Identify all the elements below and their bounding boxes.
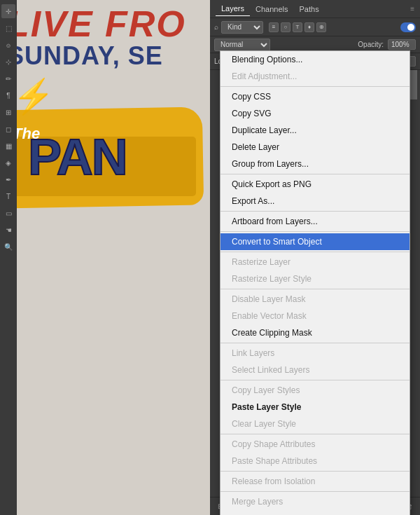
search-row: ⌕ Kind ≡ ○ T ♦ ⊕ bbox=[210, 18, 420, 36]
zoom-tool-icon[interactable]: 🔍 bbox=[1, 240, 15, 254]
filter-shape-icon[interactable]: ♦ bbox=[304, 22, 314, 32]
blur-tool-icon[interactable]: ◈ bbox=[1, 156, 15, 170]
panel-header: Layers Channels Paths ≡ bbox=[210, 0, 420, 18]
menu-copy-layer-styles: Copy Layer Styles bbox=[220, 382, 410, 399]
poster-image: LIVE FRO SUNDAY, SE ⚡ The PAN bbox=[0, 0, 210, 515]
brush-tool-icon[interactable]: ¶ bbox=[1, 88, 15, 102]
filter-adjustment-icon[interactable]: ○ bbox=[281, 22, 290, 32]
menu-copy-css[interactable]: Copy CSS bbox=[220, 88, 410, 105]
filter-toggle[interactable] bbox=[400, 22, 416, 32]
crop-tool-icon[interactable]: ⊹ bbox=[1, 55, 15, 69]
separator-9 bbox=[220, 434, 410, 434]
filter-type-icon[interactable]: T bbox=[293, 22, 302, 32]
shape-tool-icon[interactable]: ▭ bbox=[1, 206, 15, 220]
canvas-area: ✛ ⬚ ⌾ ⊹ ✏ ¶ ⊞ ◻ ▦ ◈ ✒ T ▭ ☚ 🔍 LIVE FRO S… bbox=[0, 0, 210, 515]
blend-mode-select[interactable]: Normal bbox=[214, 39, 270, 51]
menu-copy-shape-attributes: Copy Shape Attributes bbox=[220, 436, 410, 453]
filter-kind-select[interactable]: Kind bbox=[221, 21, 263, 34]
menu-artboard-from-layers[interactable]: Artboard from Layers... bbox=[220, 213, 410, 230]
menu-create-clipping-mask[interactable]: Create Clipping Mask bbox=[220, 324, 410, 341]
filter-icon-group: ≡ ○ T ♦ ⊕ bbox=[269, 22, 326, 32]
separator-3 bbox=[220, 211, 410, 212]
separator-1 bbox=[220, 86, 410, 87]
poster-line2: SUNDAY, SE bbox=[7, 43, 163, 69]
menu-edit-adjustment: Edit Adjustment... bbox=[220, 68, 410, 85]
tab-layers[interactable]: Layers bbox=[216, 1, 250, 16]
gradient-tool-icon[interactable]: ▦ bbox=[1, 139, 15, 153]
tab-paths[interactable]: Paths bbox=[294, 2, 325, 16]
menu-link-layers: Link Layers bbox=[220, 345, 410, 362]
menu-paste-layer-style[interactable]: Paste Layer Style bbox=[220, 399, 410, 416]
menu-merge-layers: Merge Layers bbox=[220, 493, 410, 510]
filter-pixel-icon[interactable]: ≡ bbox=[269, 22, 279, 32]
menu-release-from-isolation: Release from Isolation bbox=[220, 473, 410, 490]
filter-kind-label: ⌕ bbox=[214, 23, 218, 31]
menu-quick-export-png[interactable]: Quick Export as PNG bbox=[220, 176, 410, 193]
pen-tool-icon[interactable]: ✒ bbox=[1, 172, 15, 186]
separator-2 bbox=[220, 174, 410, 174]
separator-11 bbox=[220, 491, 410, 492]
menu-rasterize-layer-style: Rasterize Layer Style bbox=[220, 270, 410, 287]
context-menu: Blending Options... Edit Adjustment... C… bbox=[220, 50, 410, 515]
select-tool-icon[interactable]: ⬚ bbox=[1, 21, 15, 35]
layers-panel: Layers Channels Paths ≡ ⌕ Kind ≡ ○ T ♦ ⊕… bbox=[210, 0, 420, 515]
type-tool-icon[interactable]: T bbox=[1, 189, 15, 203]
separator-5 bbox=[220, 252, 410, 252]
left-toolbar: ✛ ⬚ ⌾ ⊹ ✏ ¶ ⊞ ◻ ▦ ◈ ✒ T ▭ ☚ 🔍 bbox=[0, 0, 17, 515]
menu-group-from-layers[interactable]: Group from Layers... bbox=[220, 156, 410, 172]
menu-copy-svg[interactable]: Copy SVG bbox=[220, 105, 410, 122]
panel-collapse-icon[interactable]: ≡ bbox=[410, 5, 414, 13]
opacity-label: Opacity: bbox=[358, 41, 384, 48]
clone-tool-icon[interactable]: ⊞ bbox=[1, 105, 15, 119]
menu-duplicate-layer[interactable]: Duplicate Layer... bbox=[220, 122, 410, 139]
opacity-input[interactable] bbox=[388, 39, 416, 50]
move-tool-icon[interactable]: ✛ bbox=[1, 4, 15, 18]
pan-text: PAN bbox=[28, 132, 127, 182]
separator-6 bbox=[220, 289, 410, 289]
menu-convert-to-smart-object[interactable]: Convert to Smart Object bbox=[220, 233, 410, 250]
separator-4 bbox=[220, 231, 410, 232]
poster-line1: LIVE FRO bbox=[7, 6, 186, 42]
menu-paste-shape-attributes: Paste Shape Attributes bbox=[220, 453, 410, 469]
tab-channels[interactable]: Channels bbox=[250, 2, 293, 16]
filter-smartobject-icon[interactable]: ⊕ bbox=[316, 22, 326, 32]
eyedropper-tool-icon[interactable]: ✏ bbox=[1, 71, 15, 85]
menu-select-linked-layers: Select Linked Layers bbox=[220, 362, 410, 378]
eraser-tool-icon[interactable]: ◻ bbox=[1, 122, 15, 136]
menu-enable-vector-mask: Enable Vector Mask bbox=[220, 308, 410, 324]
menu-disable-layer-mask: Disable Layer Mask bbox=[220, 291, 410, 308]
menu-merge-visible[interactable]: Merge Visible bbox=[220, 510, 410, 515]
menu-clear-layer-style: Clear Layer Style bbox=[220, 416, 410, 432]
menu-export-as[interactable]: Export As... bbox=[220, 193, 410, 210]
menu-blending-options[interactable]: Blending Options... bbox=[220, 51, 410, 68]
hand-tool-icon[interactable]: ☚ bbox=[1, 223, 15, 237]
separator-8 bbox=[220, 380, 410, 380]
separator-7 bbox=[220, 343, 410, 343]
menu-delete-layer[interactable]: Delete Layer bbox=[220, 139, 410, 156]
separator-10 bbox=[220, 471, 410, 472]
menu-rasterize-layer: Rasterize Layer bbox=[220, 254, 410, 270]
lasso-tool-icon[interactable]: ⌾ bbox=[1, 38, 15, 52]
